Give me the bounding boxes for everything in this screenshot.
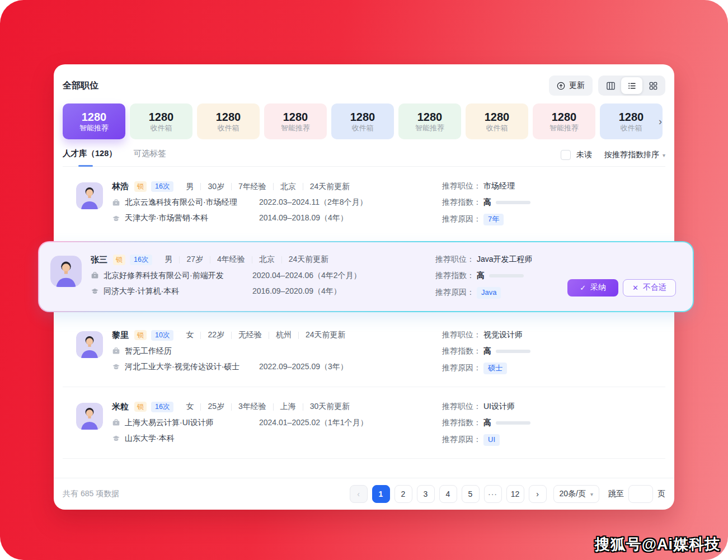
- meta-updated: 24天前更新: [306, 330, 346, 340]
- education-icon: [112, 434, 120, 443]
- job-tab-9[interactable]: 1280 收件箱: [600, 103, 663, 139]
- page-size-select[interactable]: 20条/页 ▾: [553, 485, 600, 503]
- reject-button[interactable]: ✕ 不合适: [623, 279, 676, 297]
- job-tab-2[interactable]: 1280 收件箱: [130, 103, 192, 139]
- candidate-actions: ✓ 采纳 ✕ 不合适: [567, 279, 676, 297]
- candidate-row-selected[interactable]: 张三 锁 16次 男 27岁 4年经验 北京 24天前更新: [39, 242, 693, 311]
- list-tabs: 人才库（128） 可选标签: [63, 148, 166, 160]
- rec-index-bar: [489, 274, 524, 277]
- page-button-4[interactable]: 4: [439, 485, 457, 503]
- meta-experience: 4年经验: [217, 255, 245, 265]
- job-tab-7[interactable]: 1280 收件箱: [466, 103, 528, 139]
- list-view-icon: [627, 81, 637, 91]
- edu-period: 2022.09–2025.09（3年）: [259, 362, 348, 372]
- job-tab-count: 1280: [283, 111, 308, 123]
- rec-job-value: Java开发工程师: [477, 255, 533, 265]
- meta-updated: 24天前更新: [289, 255, 329, 265]
- update-label: 更新: [569, 81, 585, 91]
- tab-optional-tags[interactable]: 可选标签: [134, 148, 166, 160]
- pagination: ‹ 1 2 3 4 5 ··· 12 › 20条/页 ▾ 跳至 页: [350, 485, 666, 503]
- rec-reason-tag: UI: [483, 434, 500, 446]
- accept-button[interactable]: ✓ 采纳: [567, 279, 618, 297]
- job-tab-count: 1280: [417, 111, 443, 123]
- recommendation-info: 推荐职位： 视觉设计师 推荐指数： 高 推荐原因： 硕士: [442, 330, 567, 374]
- grid-view-icon: [649, 81, 658, 91]
- work-history: 北京云逸科技有限公司·市场经理: [125, 197, 249, 208]
- header-controls: 更新: [549, 76, 665, 96]
- times-badge: 16次: [130, 255, 152, 265]
- columns-view-button[interactable]: [600, 77, 621, 94]
- times-badge: 16次: [151, 181, 173, 192]
- page-button-5[interactable]: 5: [462, 485, 480, 503]
- panel-header: 全部职位 更新: [63, 76, 665, 96]
- rec-reason-tag: 硕士: [483, 363, 507, 374]
- prev-page-button[interactable]: ‹: [350, 485, 368, 503]
- sort-dropdown[interactable]: 按推荐指数排序 ▾: [604, 150, 665, 160]
- job-tab-count: 1280: [552, 111, 577, 123]
- job-tab-8[interactable]: 1280 智能推荐: [533, 103, 595, 139]
- rec-index-level: 高: [483, 418, 491, 428]
- recommendation-info: 推荐职位： Java开发工程师 推荐指数： 高 推荐原因： Java: [435, 255, 561, 299]
- edu-period: 2014.09–2018.09（4年）: [259, 213, 348, 223]
- candidate-row[interactable]: 林浩 锁 16次 男 30岁 7年经验 北京 24天前更新 北京云: [63, 167, 665, 238]
- lock-badge: 锁: [113, 255, 125, 265]
- chevron-right-icon: ›: [536, 490, 539, 498]
- job-tab-label: 收件箱: [486, 124, 508, 131]
- candidate-row[interactable]: 黎里 锁 10次 女 22岁 无经验 杭州 24天前更新 暂无工作: [63, 316, 665, 387]
- rec-job-label: 推荐职位：: [442, 330, 481, 340]
- candidate-list: 林浩 锁 16次 男 30岁 7年经验 北京 24天前更新 北京云: [63, 167, 665, 459]
- job-tab-label: 智能推荐: [415, 124, 444, 131]
- job-tab-1[interactable]: 1280 智能推荐: [63, 103, 125, 139]
- lock-badge: 锁: [134, 181, 147, 191]
- meta-city: 杭州: [276, 330, 292, 340]
- work-history: 北京好修养科技有限公司·前端开发: [104, 271, 242, 281]
- avatar: [50, 256, 82, 287]
- candidate-meta: 男 30岁 7年经验 北京 24天前更新: [186, 182, 350, 192]
- avatar: [76, 403, 103, 430]
- rec-job-label: 推荐职位：: [435, 255, 475, 265]
- page-button-2[interactable]: 2: [394, 485, 412, 503]
- education: 同济大学·计算机·本科: [104, 286, 242, 297]
- job-tab-label: 智能推荐: [281, 124, 310, 131]
- caret-down-icon: ▾: [590, 491, 593, 497]
- education: 河北工业大学·视觉传达设计·硕士: [125, 362, 249, 372]
- meta-gender: 男: [165, 255, 172, 265]
- update-button[interactable]: 更新: [549, 76, 593, 96]
- next-page-button[interactable]: ›: [529, 485, 547, 503]
- page-unit-label: 页: [657, 489, 665, 499]
- sort-label: 按推荐指数排序: [604, 150, 659, 160]
- tab-talent-pool[interactable]: 人才库（128）: [63, 148, 117, 160]
- cross-icon: ✕: [632, 284, 638, 292]
- job-tab-count: 1280: [216, 111, 241, 123]
- grid-view-button[interactable]: [642, 77, 664, 94]
- briefcase-icon: [112, 347, 120, 355]
- screenshot-stage: 全部职位 更新: [0, 0, 728, 560]
- candidate-meta: 男 27岁 4年经验 北京 24天前更新: [165, 255, 328, 265]
- filter-controls: 未读 按推荐指数排序 ▾: [561, 150, 665, 160]
- work-period: 2020.04–2024.06（4年2个月）: [252, 271, 361, 281]
- tabs-scroll-right-icon[interactable]: ›: [657, 115, 663, 128]
- page-ellipsis[interactable]: ···: [484, 485, 502, 503]
- jump-page-input[interactable]: [628, 485, 653, 503]
- list-view-button[interactable]: [621, 77, 642, 94]
- job-tab-label: 收件箱: [621, 124, 642, 131]
- candidate-name: 黎里: [112, 330, 129, 341]
- total-count: 共有 685 项数据: [63, 489, 119, 499]
- job-tab-3[interactable]: 1280 收件箱: [197, 103, 260, 139]
- candidate-row[interactable]: 米粒 锁 16次 女 25岁 3年经验 上海 30天前更新 上海大: [63, 387, 665, 459]
- unread-checkbox[interactable]: [561, 150, 571, 160]
- job-tab-4[interactable]: 1280 智能推荐: [264, 103, 327, 139]
- page-button-12[interactable]: 12: [506, 485, 524, 503]
- edu-period: 2016.09–2020.09（4年）: [252, 286, 341, 297]
- meta-experience: 无经验: [238, 330, 262, 340]
- candidate-name: 张三: [91, 255, 107, 265]
- columns-view-icon: [606, 81, 616, 91]
- page-button-3[interactable]: 3: [417, 485, 435, 503]
- meta-city: 上海: [280, 402, 296, 412]
- job-tab-5[interactable]: 1280 收件箱: [331, 103, 394, 139]
- times-badge: 16次: [151, 402, 173, 412]
- recommendation-info: 推荐职位： 市场经理 推荐指数： 高 推荐原因： 7年: [442, 181, 567, 225]
- page-button-1[interactable]: 1: [372, 485, 390, 503]
- job-tab-6[interactable]: 1280 智能推荐: [398, 103, 461, 139]
- check-icon: ✓: [580, 284, 586, 292]
